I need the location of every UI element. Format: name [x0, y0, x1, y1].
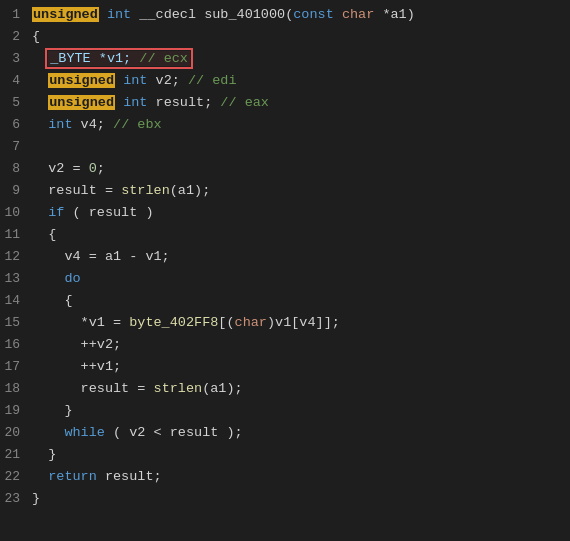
boxed-declaration: _BYTE *v1; // ecx	[48, 51, 190, 66]
line-number: 20	[0, 422, 32, 444]
line-content: {	[32, 26, 40, 48]
line-number: 15	[0, 312, 32, 334]
line-content: result = strlen(a1);	[32, 180, 210, 202]
code-line-7: 7	[0, 136, 570, 158]
line-number: 10	[0, 202, 32, 224]
code-line-20: 20 while ( v2 < result );	[0, 422, 570, 444]
code-line-14: 14 {	[0, 290, 570, 312]
code-line-16: 16 ++v2;	[0, 334, 570, 356]
line-content: return result;	[32, 466, 162, 488]
code-line-9: 9 result = strlen(a1);	[0, 180, 570, 202]
line-number: 12	[0, 246, 32, 268]
line-content: }	[32, 400, 73, 422]
code-line-6: 6 int v4; // ebx	[0, 114, 570, 136]
code-line-19: 19 }	[0, 400, 570, 422]
keyword-unsigned: unsigned	[48, 95, 115, 110]
line-content: }	[32, 444, 56, 466]
code-line-12: 12 v4 = a1 - v1;	[0, 246, 570, 268]
line-number: 16	[0, 334, 32, 356]
line-content: {	[32, 224, 56, 246]
line-content: while ( v2 < result );	[32, 422, 243, 444]
code-line-11: 11 {	[0, 224, 570, 246]
keyword-unsigned: unsigned	[48, 73, 115, 88]
code-line-3: 3 _BYTE *v1; // ecx	[0, 48, 570, 70]
line-content: *v1 = byte_402FF8[(char)v1[v4]];	[32, 312, 340, 334]
code-line-22: 22 return result;	[0, 466, 570, 488]
code-line-4: 4 unsigned int v2; // edi	[0, 70, 570, 92]
code-line-23: 23 }	[0, 488, 570, 510]
line-content: {	[32, 290, 73, 312]
line-number: 21	[0, 444, 32, 466]
line-number: 13	[0, 268, 32, 290]
line-number: 2	[0, 26, 32, 48]
line-number: 1	[0, 4, 32, 26]
line-content: ++v2;	[32, 334, 121, 356]
line-content: unsigned int __cdecl sub_401000(const ch…	[32, 4, 415, 26]
line-content: do	[32, 268, 81, 290]
line-number: 23	[0, 488, 32, 510]
code-line-13: 13 do	[0, 268, 570, 290]
code-line-21: 21 }	[0, 444, 570, 466]
line-number: 9	[0, 180, 32, 202]
line-content: unsigned int result; // eax	[32, 92, 269, 114]
line-content: _BYTE *v1; // ecx	[32, 48, 190, 70]
code-line-17: 17 ++v1;	[0, 356, 570, 378]
line-number: 11	[0, 224, 32, 246]
line-number: 18	[0, 378, 32, 400]
line-content: ++v1;	[32, 356, 121, 378]
code-line-10: 10 if ( result )	[0, 202, 570, 224]
line-content: unsigned int v2; // edi	[32, 70, 237, 92]
line-number: 19	[0, 400, 32, 422]
line-number: 4	[0, 70, 32, 92]
line-number: 14	[0, 290, 32, 312]
code-line-2: 2 {	[0, 26, 570, 48]
line-number: 6	[0, 114, 32, 136]
line-number: 5	[0, 92, 32, 114]
line-content: v4 = a1 - v1;	[32, 246, 170, 268]
code-line-18: 18 result = strlen(a1);	[0, 378, 570, 400]
keyword-int: int	[107, 7, 131, 22]
code-line-15: 15 *v1 = byte_402FF8[(char)v1[v4]];	[0, 312, 570, 334]
line-content: }	[32, 488, 40, 510]
code-line-8: 8 v2 = 0;	[0, 158, 570, 180]
code-line-5: 5 unsigned int result; // eax	[0, 92, 570, 114]
code-line-1: 1 unsigned int __cdecl sub_401000(const …	[0, 4, 570, 26]
keyword-unsigned: unsigned	[32, 7, 99, 22]
line-number: 8	[0, 158, 32, 180]
line-content: v2 = 0;	[32, 158, 105, 180]
line-content: int v4; // ebx	[32, 114, 162, 136]
line-number: 3	[0, 48, 32, 70]
line-number: 7	[0, 136, 32, 158]
line-number: 17	[0, 356, 32, 378]
line-number: 22	[0, 466, 32, 488]
code-container: 1 unsigned int __cdecl sub_401000(const …	[0, 0, 570, 514]
line-content: if ( result )	[32, 202, 154, 224]
line-content: result = strlen(a1);	[32, 378, 243, 400]
